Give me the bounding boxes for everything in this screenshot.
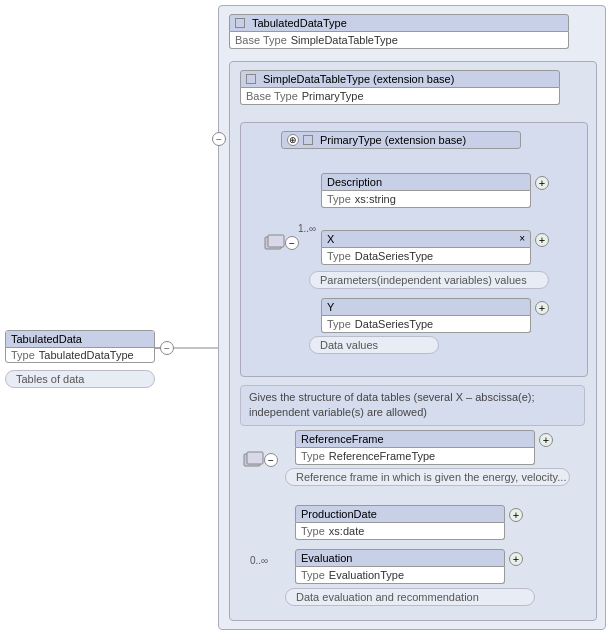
evaluation-multiplicity: 0..∞ bbox=[250, 555, 268, 566]
desc-node-header: Description bbox=[321, 173, 531, 191]
svg-rect-16 bbox=[268, 235, 284, 247]
production-date-type-row: Type xs:date bbox=[295, 523, 505, 540]
primary-type-box: ⊕ PrimaryType (extension base) bbox=[281, 131, 521, 149]
primary-type-desc: Gives the structure of data tables (seve… bbox=[240, 385, 585, 426]
reference-frame-desc: Reference frame in which is given the en… bbox=[285, 468, 570, 486]
tabulated-data-header: TabulatedData bbox=[6, 331, 154, 348]
reference-frame-node: ReferenceFrame Type ReferenceFrameType + bbox=[295, 430, 535, 465]
y-plus-btn[interactable]: + bbox=[535, 301, 549, 315]
x-desc: Parameters(independent variables) values bbox=[309, 271, 549, 289]
evaluation-plus-btn[interactable]: + bbox=[509, 552, 523, 566]
bottom-group-minus-btn[interactable]: − bbox=[264, 453, 278, 467]
tabulated-type-icon bbox=[235, 18, 245, 28]
svg-rect-18 bbox=[247, 452, 263, 464]
x-group-minus-btn[interactable]: − bbox=[285, 236, 299, 250]
inner-container: ⊕ PrimaryType (extension base) Descripti… bbox=[240, 122, 588, 377]
simple-data-table-type-box: SimpleDataTableType (extension base) Bas… bbox=[240, 70, 560, 105]
evaluation-desc: Data evaluation and recommendation bbox=[285, 588, 535, 606]
y-node: Y Type DataSeriesType + bbox=[321, 298, 531, 333]
x-close-btn[interactable]: × bbox=[519, 233, 525, 245]
type-value: TabulatedDataType bbox=[39, 349, 134, 361]
y-node-header: Y bbox=[321, 298, 531, 316]
production-date-header: ProductionDate bbox=[295, 505, 505, 523]
middle-container: SimpleDataTableType (extension base) Bas… bbox=[229, 61, 597, 621]
bottom-sequence-icon bbox=[242, 450, 266, 472]
description-node: Description Type xs:string + bbox=[321, 173, 531, 208]
desc-node-type-row: Type xs:string bbox=[321, 191, 531, 208]
y-node-type-row: Type DataSeriesType bbox=[321, 316, 531, 333]
reference-frame-type-row: Type ReferenceFrameType bbox=[295, 448, 535, 465]
x-sequence-icon bbox=[263, 233, 287, 255]
tabulated-data-node: TabulatedData Type TabulatedDataType bbox=[5, 330, 155, 363]
outer-minus-btn[interactable]: − bbox=[212, 132, 226, 146]
reference-frame-plus-btn[interactable]: + bbox=[539, 433, 553, 447]
x-node-type-row: Type DataSeriesType bbox=[321, 248, 531, 265]
x-node: X × Type DataSeriesType + bbox=[321, 230, 531, 265]
tabulated-data-minus[interactable]: − bbox=[160, 341, 174, 355]
tabulated-data-name: TabulatedData bbox=[11, 333, 82, 345]
outer-container: TabulatedDataType Base Type SimpleDataTa… bbox=[218, 5, 606, 630]
primary-type-icon bbox=[303, 135, 313, 145]
tabulated-data-desc: Tables of data bbox=[5, 370, 155, 388]
x-node-header: X × bbox=[321, 230, 531, 248]
evaluation-type-row: Type EvaluationType bbox=[295, 567, 505, 584]
description-plus-btn[interactable]: + bbox=[535, 176, 549, 190]
x-multiplicity: 1..∞ bbox=[298, 223, 316, 234]
tabulated-data-type-box: TabulatedDataType Base Type SimpleDataTa… bbox=[229, 14, 569, 49]
base-type-label: Base Type bbox=[235, 34, 287, 46]
production-date-node: ProductionDate Type xs:date + bbox=[295, 505, 505, 540]
primary-type-name: PrimaryType (extension base) bbox=[320, 134, 466, 146]
simple-base-value: PrimaryType bbox=[302, 90, 364, 102]
primary-expand-btn[interactable]: ⊕ bbox=[287, 134, 299, 146]
tabulated-data-type-row: Type TabulatedDataType bbox=[6, 348, 154, 362]
simple-base-label: Base Type bbox=[246, 90, 298, 102]
simple-type-icon bbox=[246, 74, 256, 84]
tabulated-type-name: TabulatedDataType bbox=[252, 17, 347, 29]
evaluation-header: Evaluation bbox=[295, 549, 505, 567]
x-plus-btn[interactable]: + bbox=[535, 233, 549, 247]
diagram-container: TabulatedData Type TabulatedDataType Tab… bbox=[0, 0, 616, 638]
type-label: Type bbox=[11, 349, 35, 361]
simple-type-name: SimpleDataTableType (extension base) bbox=[263, 73, 454, 85]
production-date-plus-btn[interactable]: + bbox=[509, 508, 523, 522]
y-desc: Data values bbox=[309, 336, 439, 354]
reference-frame-header: ReferenceFrame bbox=[295, 430, 535, 448]
evaluation-node: Evaluation Type EvaluationType + bbox=[295, 549, 505, 584]
base-type-value: SimpleDataTableType bbox=[291, 34, 398, 46]
